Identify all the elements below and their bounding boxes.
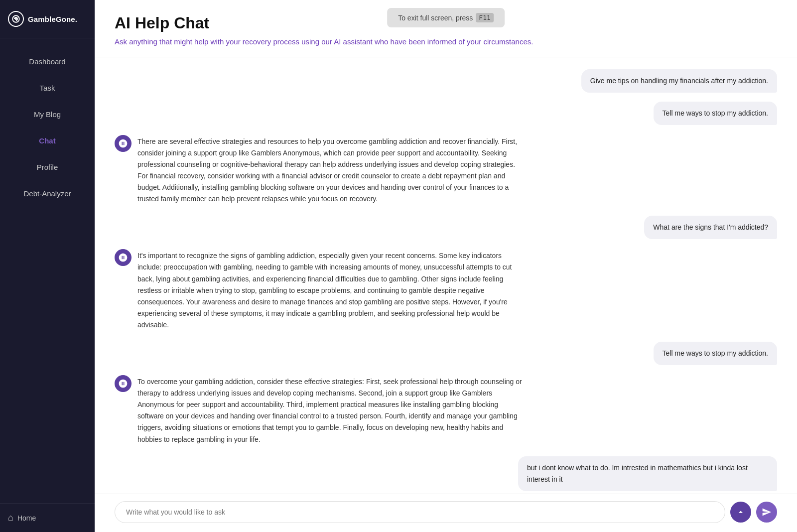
fullscreen-key: F11	[476, 13, 493, 22]
user-message: Give me tips on handling my financials a…	[581, 69, 777, 93]
fullscreen-text: To exit full screen, press	[398, 14, 473, 22]
logo-icon	[8, 11, 24, 27]
user-message: Tell me ways to stop my addiction.	[654, 102, 777, 125]
sidebar-item-profile[interactable]: Profile	[0, 154, 95, 180]
user-message: but i dont know what to do. Im intrested…	[518, 456, 777, 491]
sidebar-footer-home[interactable]: ⌂ Home	[0, 503, 95, 532]
home-icon: ⌂	[8, 513, 13, 523]
message-row: but i dont know what to do. Im intrested…	[115, 456, 777, 491]
sidebar: GambleGone. Dashboard Task My Blog Chat …	[0, 0, 95, 532]
message-row: To overcome your gambling addiction, con…	[115, 374, 777, 447]
message-row: Give me tips on handling my financials a…	[115, 69, 777, 93]
sidebar-item-task[interactable]: Task	[0, 75, 95, 101]
chat-input-area	[95, 494, 797, 532]
logo-text: GambleGone.	[28, 15, 77, 23]
ai-message: It's important to recognize the signs of…	[137, 248, 526, 333]
logo: GambleGone.	[0, 0, 95, 38]
message-row: Tell me ways to stop my addiction.	[115, 342, 777, 365]
message-row: Tell me ways to stop my addiction.	[115, 102, 777, 125]
ai-message: There are several effective strategies a…	[137, 134, 526, 207]
scroll-up-button[interactable]	[730, 502, 751, 523]
message-row: It's important to recognize the signs of…	[115, 248, 777, 333]
sidebar-item-debt-analyzer[interactable]: Debt-Analyzer	[0, 180, 95, 207]
sidebar-item-myblog[interactable]: My Blog	[0, 101, 95, 128]
page-subtitle: Ask anything that might help with your r…	[115, 36, 563, 48]
user-message: Tell me ways to stop my addiction.	[654, 342, 777, 365]
sidebar-item-dashboard[interactable]: Dashboard	[0, 48, 95, 75]
ai-avatar	[115, 375, 132, 392]
ai-message: To overcome your gambling addiction, con…	[137, 374, 526, 447]
message-row: There are several effective strategies a…	[115, 134, 777, 207]
sidebar-item-chat[interactable]: Chat	[0, 128, 95, 154]
main-content: To exit full screen, press F11 AI Help C…	[95, 0, 797, 532]
ai-avatar	[115, 249, 132, 266]
home-label: Home	[17, 514, 36, 522]
chat-input[interactable]	[115, 501, 725, 523]
ai-avatar	[115, 135, 132, 152]
fullscreen-notice: To exit full screen, press F11	[387, 8, 505, 27]
sidebar-nav: Dashboard Task My Blog Chat Profile Debt…	[0, 48, 95, 503]
chat-area[interactable]: Give me tips on handling my financials a…	[95, 57, 797, 494]
user-message: What are the signs that I'm addicted?	[644, 216, 777, 239]
send-button[interactable]	[756, 502, 777, 523]
message-row: What are the signs that I'm addicted?	[115, 216, 777, 239]
svg-point-1	[15, 18, 16, 19]
